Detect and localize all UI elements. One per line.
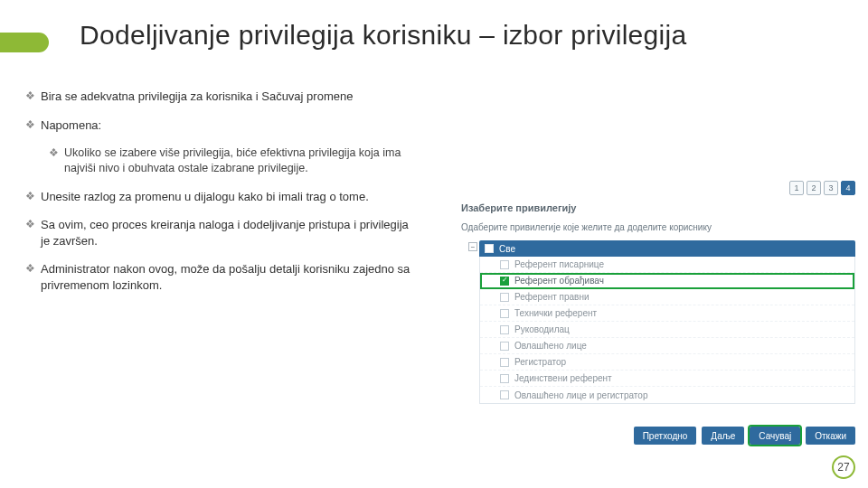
diamond-icon: ❖ bbox=[25, 217, 35, 249]
page-title: Dodeljivanje privilegija korisniku – izb… bbox=[80, 20, 687, 51]
bullet-item: ❖ Sa ovim, ceo proces kreiranja naloga i… bbox=[25, 217, 414, 249]
step-4[interactable]: 4 bbox=[841, 181, 855, 195]
tree-row[interactable]: Референт писарнице bbox=[480, 257, 854, 273]
checkbox-icon[interactable] bbox=[500, 293, 509, 302]
tree-row-label: Овлашћено лице bbox=[514, 341, 587, 351]
tree-row-label: Регистратор bbox=[514, 357, 566, 367]
bullet-item: ❖ Bira se adekvatna privilegija za koris… bbox=[25, 89, 414, 105]
tree-row[interactable]: Руководилац bbox=[480, 322, 854, 338]
checkbox-checked-icon[interactable] bbox=[500, 277, 509, 286]
tree-row[interactable]: Референт правни bbox=[480, 289, 854, 305]
checkbox-icon[interactable] bbox=[500, 358, 509, 367]
checkbox-icon[interactable] bbox=[500, 325, 509, 334]
tree-row[interactable]: Регистратор bbox=[480, 354, 854, 371]
tree-row-label: Јединствени референт bbox=[514, 373, 612, 383]
bullet-list: ❖ Bira se adekvatna privilegija za koris… bbox=[25, 89, 414, 306]
privilege-tree: Референт писарнице Референт обрађивач Ре… bbox=[479, 257, 855, 404]
checkbox-icon[interactable] bbox=[500, 309, 509, 318]
bullet-text: Bira se adekvatna privilegija za korisni… bbox=[41, 89, 353, 105]
page-number: 27 bbox=[832, 455, 855, 479]
prev-button[interactable]: Претходно bbox=[634, 427, 697, 445]
bullet-item: ❖ Unesite razlog za promenu u dijalogu k… bbox=[25, 189, 414, 205]
bullet-text: Sa ovim, ceo proces kreiranja naloga i d… bbox=[41, 217, 414, 249]
checkbox-icon[interactable] bbox=[485, 244, 494, 253]
tree-row[interactable]: Технички референт bbox=[480, 305, 854, 322]
wizard-steps: 1 2 3 4 bbox=[789, 181, 855, 195]
tree-row-label: Руководилац bbox=[514, 324, 570, 334]
tree-root-label: Све bbox=[499, 244, 515, 254]
checkbox-icon[interactable] bbox=[500, 260, 509, 269]
bullet-text: Administrator nakon ovog, može da pošalj… bbox=[41, 261, 414, 293]
checkbox-icon[interactable] bbox=[500, 390, 509, 399]
bullet-text: Ukoliko se izabere više privilegija, bić… bbox=[64, 145, 414, 176]
panel-title: Изаберите привилегију bbox=[461, 202, 576, 213]
diamond-icon: ❖ bbox=[25, 261, 35, 293]
tree-row-label: Референт обрађивач bbox=[514, 276, 604, 286]
bullet-text: Unesite razlog za promenu u dijalogu kak… bbox=[41, 189, 369, 205]
tree-row-label: Референт правни bbox=[514, 292, 590, 302]
bullet-text: Napomena: bbox=[41, 117, 101, 134]
save-button[interactable]: Сачувај bbox=[750, 427, 800, 445]
app-screenshot: 1 2 3 4 Изаберите привилегију Одаберите … bbox=[456, 179, 861, 450]
tree-row-label: Референт писарнице bbox=[514, 259, 604, 269]
tree-row-selected[interactable]: Референт обрађивач bbox=[480, 273, 854, 289]
tree-root[interactable]: Све bbox=[479, 240, 855, 257]
tree-row[interactable]: Овлашћено лице bbox=[480, 338, 854, 354]
checkbox-icon[interactable] bbox=[500, 374, 509, 383]
panel-instruction: Одаберите привилегије које желите да дод… bbox=[461, 222, 712, 232]
diamond-icon: ❖ bbox=[25, 189, 35, 205]
bullet-item: ❖ Napomena: bbox=[25, 117, 414, 134]
next-button[interactable]: Даље bbox=[702, 427, 744, 445]
tree-row-label: Технички референт bbox=[514, 308, 597, 318]
checkbox-icon[interactable] bbox=[500, 342, 509, 351]
diamond-icon: ❖ bbox=[49, 145, 59, 176]
cancel-button[interactable]: Откажи bbox=[806, 427, 855, 445]
tree-toggle-icon[interactable]: − bbox=[468, 242, 477, 251]
tree-row[interactable]: Јединствени референт bbox=[480, 371, 854, 387]
diamond-icon: ❖ bbox=[25, 117, 35, 134]
tree-row[interactable]: Овлашћено лице и регистратор bbox=[480, 387, 854, 403]
sub-bullet-item: ❖ Ukoliko se izabere više privilegija, b… bbox=[49, 145, 414, 176]
tree-row-label: Овлашћено лице и регистратор bbox=[514, 390, 647, 400]
step-2[interactable]: 2 bbox=[807, 181, 821, 195]
step-3[interactable]: 3 bbox=[824, 181, 838, 195]
accent-bar bbox=[0, 33, 49, 52]
diamond-icon: ❖ bbox=[25, 89, 35, 105]
button-bar: Претходно Даље Сачувај Откажи bbox=[634, 427, 855, 445]
step-1[interactable]: 1 bbox=[789, 181, 804, 195]
bullet-item: ❖ Administrator nakon ovog, može da poša… bbox=[25, 261, 414, 293]
